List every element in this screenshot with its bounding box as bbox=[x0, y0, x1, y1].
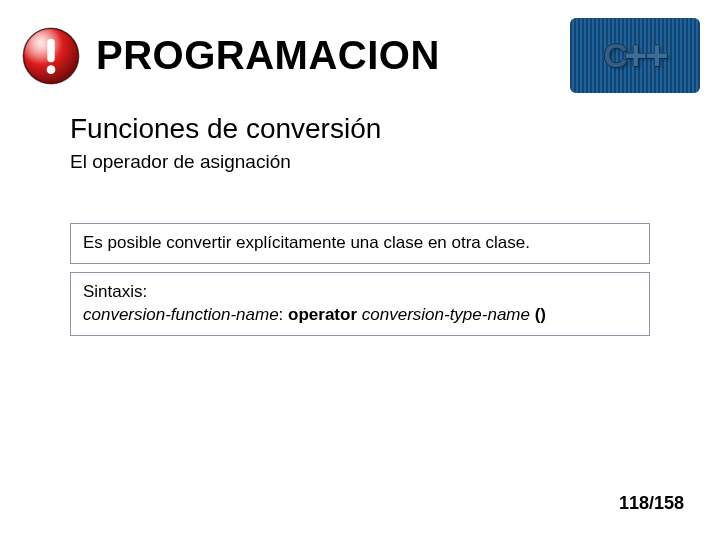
info-box-2: Sintaxis: conversion-function-name: oper… bbox=[70, 272, 650, 336]
slide-title: PROGRAMACION bbox=[96, 33, 562, 78]
section-title: Funciones de conversión bbox=[70, 113, 650, 145]
syntax-line: conversion-function-name: operator conve… bbox=[83, 305, 546, 324]
syntax-colon: : bbox=[279, 305, 288, 324]
syntax-type-name: conversion-type-name bbox=[362, 305, 530, 324]
syntax-func-name: conversion-function-name bbox=[83, 305, 279, 324]
info-box-1-text: Es posible convertir explícitamente una … bbox=[83, 233, 530, 252]
cpp-logo-text: C++ bbox=[603, 33, 666, 78]
slide-content: Funciones de conversión El operador de a… bbox=[0, 103, 720, 336]
syntax-parens: () bbox=[530, 305, 546, 324]
svg-rect-3 bbox=[47, 38, 54, 62]
page-number: 118/158 bbox=[619, 493, 684, 514]
section-subtitle: El operador de asignación bbox=[70, 151, 650, 173]
svg-point-4 bbox=[47, 65, 56, 74]
syntax-label: Sintaxis: bbox=[83, 281, 637, 304]
slide-header: PROGRAMACION C++ bbox=[0, 0, 720, 103]
cpp-logo: C++ bbox=[570, 18, 700, 93]
cpp-logo-c: C bbox=[603, 36, 626, 75]
cpp-logo-plus: ++ bbox=[624, 33, 667, 78]
syntax-operator-kw: operator bbox=[288, 305, 357, 324]
info-box-1: Es posible convertir explícitamente una … bbox=[70, 223, 650, 264]
exclamation-icon bbox=[20, 25, 82, 87]
